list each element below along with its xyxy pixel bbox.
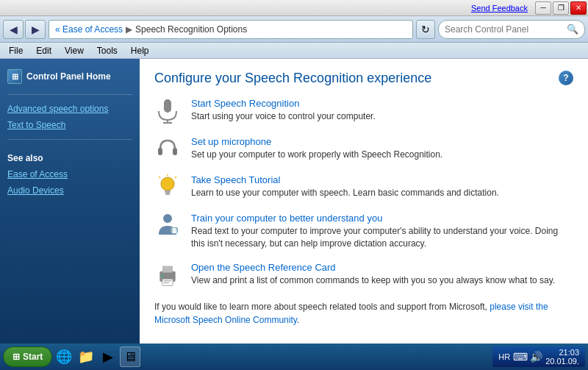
svg-rect-0 xyxy=(164,99,171,113)
headset-icon xyxy=(154,136,181,163)
breadcrumb-current: Speech Recognition Options xyxy=(135,24,247,35)
tray-time-display: 21:03 xyxy=(545,348,579,357)
svg-rect-18 xyxy=(164,280,172,281)
windows-logo: ⊞ xyxy=(12,352,20,362)
breadcrumb-arrow: ▶ xyxy=(126,24,132,35)
setup-mic-desc: Set up your computer to work properly wi… xyxy=(191,149,442,160)
option-tutorial: Take Speech Tutorial Learn to use your c… xyxy=(154,174,573,201)
svg-rect-19 xyxy=(164,282,169,282)
forward-button[interactable]: ▶ xyxy=(25,20,46,39)
start-speech-link[interactable]: Start Speech Recognition xyxy=(191,98,573,109)
sidebar-home-label: Control Panel Home xyxy=(26,71,111,82)
svg-text:📄: 📄 xyxy=(171,227,178,234)
option-setup-mic: Set up microphone Set up your computer t… xyxy=(154,136,573,163)
restore-button[interactable]: ❐ xyxy=(553,1,569,15)
menu-file[interactable]: File xyxy=(3,44,29,57)
svg-line-9 xyxy=(159,177,160,178)
option-train-text: Train your computer to better understand… xyxy=(191,213,573,250)
menu-view[interactable]: View xyxy=(59,44,90,57)
option-start-speech-text: Start Speech Recognition Start using you… xyxy=(191,98,573,123)
tutorial-link[interactable]: Take Speech Tutorial xyxy=(191,174,573,185)
back-button[interactable]: ◀ xyxy=(3,20,24,39)
printer-icon xyxy=(154,262,181,288)
sidebar: ⊞ Control Panel Home Advanced speech opt… xyxy=(0,59,140,344)
svg-rect-15 xyxy=(162,266,173,272)
tutorial-desc: Learn to use your computer with speech. … xyxy=(191,188,499,198)
reference-link[interactable]: Open the Speech Reference Card xyxy=(191,262,573,273)
reference-desc: View and print a list of common commands… xyxy=(191,275,555,285)
train-desc: Read text to your computer to improve yo… xyxy=(191,226,558,249)
tray-speaker-icon: 🔊 xyxy=(530,351,542,363)
window-controls: ─ ❐ ✕ xyxy=(535,1,587,15)
bulb-icon xyxy=(154,174,181,201)
menubar: File Edit View Tools Help xyxy=(0,43,588,59)
feedback-link[interactable]: Send Feedback xyxy=(471,4,528,13)
help-button[interactable]: ? xyxy=(559,71,573,85)
svg-point-5 xyxy=(161,177,174,191)
option-train: 📄 Train your computer to better understa… xyxy=(154,213,573,250)
svg-rect-17 xyxy=(161,275,164,277)
option-start-speech: Start Speech Recognition Start using you… xyxy=(154,98,573,124)
minimize-button[interactable]: ─ xyxy=(535,1,551,15)
footer: If you would like to learn more about sp… xyxy=(154,300,573,327)
footer-end: . xyxy=(297,315,299,325)
option-tutorial-text: Take Speech Tutorial Learn to use your c… xyxy=(191,174,573,199)
start-speech-desc: Start using your voice to control your c… xyxy=(191,111,376,121)
page-title: Configure your Speech Recognition experi… xyxy=(154,71,431,86)
addressbar: ◀ ▶ « Ease of Access ▶ Speech Recognitio… xyxy=(0,16,588,43)
menu-help[interactable]: Help xyxy=(125,44,155,57)
close-button[interactable]: ✕ xyxy=(570,1,587,15)
sidebar-item-text-to-speech[interactable]: Text to Speech xyxy=(0,117,140,133)
sidebar-item-advanced-speech[interactable]: Advanced speech options xyxy=(0,101,140,117)
search-bar: 🔍 xyxy=(438,20,585,39)
tray-clock: 21:03 20.01.09. xyxy=(545,348,579,366)
breadcrumb-ease-of-access[interactable]: « Ease of Access xyxy=(55,24,123,35)
svg-point-11 xyxy=(163,214,172,223)
svg-rect-7 xyxy=(165,193,170,195)
option-setup-mic-text: Set up microphone Set up your computer t… xyxy=(191,136,573,161)
svg-rect-4 xyxy=(173,148,177,155)
main-layout: ⊞ Control Panel Home Advanced speech opt… xyxy=(0,59,588,344)
svg-rect-16 xyxy=(162,279,173,285)
taskbar-media-icon[interactable]: ▶ xyxy=(98,346,118,367)
svg-rect-3 xyxy=(158,148,162,155)
sidebar-item-ease-of-access[interactable]: Ease of Access xyxy=(0,166,140,182)
refresh-button[interactable]: ↻ xyxy=(416,20,435,39)
svg-rect-6 xyxy=(165,191,171,193)
content-area: Configure your Speech Recognition experi… xyxy=(140,59,588,344)
start-label: Start xyxy=(23,352,43,362)
menu-edit[interactable]: Edit xyxy=(30,44,57,57)
svg-line-10 xyxy=(175,177,176,178)
search-icon: 🔍 xyxy=(567,24,578,35)
taskbar-ie-icon[interactable]: 🌐 xyxy=(54,346,74,367)
nav-buttons: ◀ ▶ xyxy=(3,20,46,39)
taskbar-folder-icon[interactable]: 📁 xyxy=(76,346,96,367)
sidebar-item-audio-devices[interactable]: Audio Devices xyxy=(0,182,140,199)
titlebar: Send Feedback ─ ❐ ✕ xyxy=(0,0,588,16)
content-header: Configure your Speech Recognition experi… xyxy=(154,71,573,86)
tray-icons: ⌨ 🔊 xyxy=(513,351,542,363)
option-reference: Open the Speech Reference Card View and … xyxy=(154,262,573,288)
breadcrumb: « Ease of Access ▶ Speech Recognition Op… xyxy=(49,20,413,39)
train-link[interactable]: Train your computer to better understand… xyxy=(191,213,573,224)
see-also-heading: See also xyxy=(0,146,140,166)
search-input[interactable] xyxy=(445,24,564,35)
tray-lang: HR xyxy=(498,352,510,361)
tray-keyboard-icon: ⌨ xyxy=(513,351,528,363)
footer-text: If you would like to learn more about sp… xyxy=(154,302,490,312)
start-button[interactable]: ⊞ Start xyxy=(3,346,52,367)
system-tray: HR ⌨ 🔊 21:03 20.01.09. xyxy=(492,346,585,367)
sidebar-divider-1 xyxy=(7,94,132,95)
taskbar-control-panel-icon[interactable]: 🖥 xyxy=(120,346,140,367)
taskbar: ⊞ Start 🌐 📁 ▶ 🖥 HR ⌨ 🔊 21:03 20.01.09. xyxy=(0,344,588,370)
sidebar-divider-2 xyxy=(7,139,132,140)
setup-mic-link[interactable]: Set up microphone xyxy=(191,136,573,147)
person-icon: 📄 xyxy=(154,213,181,239)
sidebar-home[interactable]: ⊞ Control Panel Home xyxy=(0,65,140,88)
menu-tools[interactable]: Tools xyxy=(91,44,123,57)
tray-date-display: 20.01.09. xyxy=(545,357,579,366)
control-panel-icon: ⊞ xyxy=(7,69,22,84)
option-reference-text: Open the Speech Reference Card View and … xyxy=(191,262,573,287)
microphone-icon xyxy=(154,98,181,124)
